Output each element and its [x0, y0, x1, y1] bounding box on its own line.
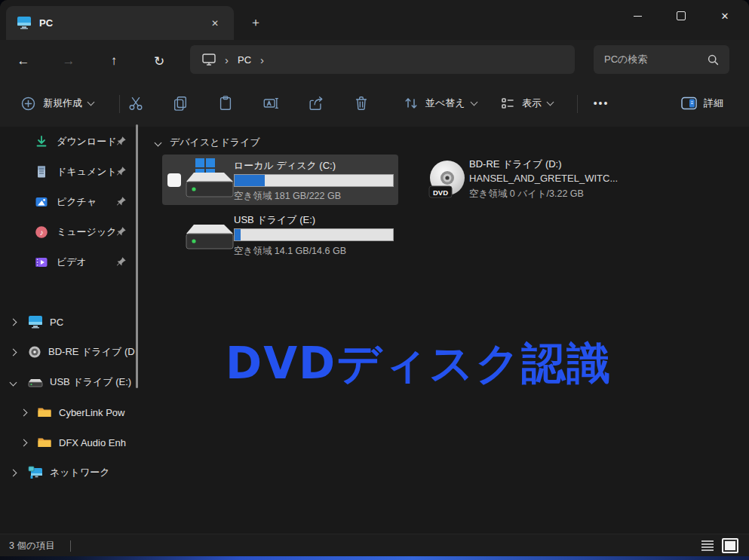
drive-tile-usb-e[interactable]: USB ドライブ (E:) 空き領域 14.1 GB/14.6 GB [162, 210, 398, 260]
new-plus-circle-icon [21, 96, 35, 111]
new-tab-button[interactable]: ＋ [246, 13, 266, 32]
large-icons-view-button[interactable] [721, 537, 739, 554]
selection-checkbox[interactable] [167, 173, 181, 187]
screenshot-stage: PC ✕ ＋ ✕ ← → ↑ ↻ › PC › [0, 0, 749, 560]
drive-free-space: 空き領域 181 GB/222 GB [234, 190, 341, 203]
refresh-button[interactable]: ↻ [146, 51, 172, 71]
details-view-button[interactable] [698, 537, 717, 554]
status-bar: 3 個の項目 [0, 534, 749, 557]
delete-button[interactable] [346, 90, 376, 117]
details-button-label: 詳細 [704, 96, 723, 110]
dvd-annotation-overlay: DVDディスク認識 [226, 335, 612, 393]
documents-icon [35, 165, 48, 179]
chevron-right-icon[interactable] [20, 439, 28, 446]
capacity-bar-fill [235, 175, 265, 186]
details-view-icon [701, 540, 714, 551]
search-box[interactable]: PCの検索 [594, 45, 729, 74]
command-toolbar: 新規作成 [0, 81, 749, 127]
sidebar-tree-network[interactable]: ネットワーク [0, 457, 148, 488]
large-icons-view-icon [722, 538, 738, 553]
maximize-button[interactable] [664, 4, 698, 28]
sort-arrows-icon [404, 96, 419, 111]
file-list-area: デバイスとドライブ ローカル ディスク (C:) 空き領域 [148, 127, 749, 534]
drive-tile-bdre-d[interactable]: DVD BD-RE ドライブ (D:) HANSEL_AND_GRETEL_WI… [425, 155, 651, 205]
drive-name: ローカル ディスク (C:) [234, 159, 336, 173]
breadcrumb-pc[interactable]: PC [238, 54, 251, 66]
forward-button[interactable]: → [56, 51, 81, 71]
chevron-right-icon[interactable] [20, 409, 28, 416]
tab-title: PC [39, 17, 53, 29]
pin-icon [116, 196, 127, 207]
minimize-button[interactable] [620, 4, 655, 28]
tab-pc[interactable]: PC ✕ [6, 6, 234, 40]
chevron-right-icon[interactable] [10, 348, 17, 356]
sidebar-item-pictures[interactable]: ピクチャ [0, 187, 148, 217]
view-layout-icon [500, 96, 515, 111]
delete-trash-icon [353, 95, 370, 112]
title-bar: PC ✕ ＋ ✕ [0, 0, 749, 40]
sidebar-item-downloads[interactable]: ダウンロード [0, 127, 148, 157]
pc-monitor-icon [28, 315, 43, 329]
chevron-down-icon [87, 99, 95, 106]
chevron-down-icon[interactable] [10, 378, 17, 386]
details-pane-button[interactable]: 詳細 [675, 90, 729, 117]
breadcrumb-chevron-icon[interactable]: › [260, 54, 264, 66]
sidebar-label: PC [50, 317, 63, 328]
section-devices-and-drives[interactable]: デバイスとドライブ [155, 136, 260, 149]
sidebar-tree-folder-dfx[interactable]: DFX Audio Enh [0, 427, 148, 457]
pictures-icon [35, 195, 48, 209]
chevron-down-icon [470, 99, 477, 106]
sidebar-item-music[interactable]: ♪ ミュージック [0, 217, 148, 247]
folder-icon [37, 436, 52, 448]
more-options-button[interactable]: ••• [585, 90, 618, 117]
sidebar-label: ネットワーク [50, 466, 110, 479]
sidebar-tree-folder-cyberlink[interactable]: CyberLink Pow [0, 397, 148, 427]
sidebar-item-documents[interactable]: ドキュメント [0, 157, 148, 187]
sidebar-tree-bdre-drive[interactable]: BD-RE ドライブ (D [0, 337, 148, 367]
sidebar-item-videos[interactable]: ビデオ [0, 247, 148, 277]
navigation-sidebar: ダウンロード ドキュメント [0, 127, 149, 534]
sidebar-label: ピクチャ [57, 195, 97, 209]
external-drive-icon [28, 376, 43, 388]
search-placeholder: PCの検索 [604, 53, 708, 66]
capacity-bar [234, 228, 394, 241]
sidebar-label: CyberLink Pow [59, 407, 124, 418]
usb-drive-icon [185, 219, 236, 252]
downloads-icon [35, 135, 48, 148]
drive-free-space: 空き領域 0 バイト/3.22 GB [469, 188, 584, 200]
capacity-bar [234, 174, 394, 187]
up-button[interactable]: ↑ [101, 51, 127, 71]
sort-button[interactable]: 並べ替え [398, 90, 483, 117]
drive-name: BD-RE ドライブ (D:) [469, 158, 562, 171]
sidebar-label: ダウンロード [57, 135, 117, 148]
new-button[interactable]: 新規作成 [14, 90, 101, 117]
sidebar-tree-pc[interactable]: PC [0, 307, 148, 337]
cut-scissors-icon [127, 95, 144, 112]
chevron-right-icon[interactable] [10, 469, 17, 476]
svg-text:DVD: DVD [433, 188, 448, 197]
close-button[interactable]: ✕ [708, 4, 742, 28]
section-collapse-icon[interactable] [155, 139, 162, 146]
address-bar[interactable]: › PC › [190, 45, 575, 74]
share-button[interactable] [301, 90, 331, 117]
back-button[interactable]: ← [11, 51, 36, 71]
drive-tile-local-disk-c[interactable]: ローカル ディスク (C:) 空き領域 181 GB/222 GB [162, 155, 398, 205]
sidebar-scrollbar[interactable] [136, 124, 138, 388]
copy-icon [172, 95, 189, 112]
pin-icon [116, 256, 127, 267]
paste-button[interactable] [210, 90, 241, 117]
toolbar-separator [577, 95, 578, 113]
tab-close-button[interactable]: ✕ [207, 15, 223, 32]
view-button[interactable]: 表示 [494, 90, 559, 117]
disc-icon [28, 345, 41, 359]
paste-clipboard-icon [217, 95, 234, 112]
rename-button[interactable] [256, 90, 286, 117]
minimize-icon [634, 16, 642, 17]
toolbar-separator [119, 95, 120, 113]
sidebar-label: DFX Audio Enh [59, 437, 126, 448]
sidebar-label: ドキュメント [57, 165, 117, 179]
copy-button[interactable] [165, 90, 195, 117]
sidebar-tree-usb-drive[interactable]: USB ドライブ (E:) [0, 367, 148, 397]
chevron-right-icon[interactable] [10, 318, 17, 326]
cut-button[interactable] [121, 90, 151, 117]
